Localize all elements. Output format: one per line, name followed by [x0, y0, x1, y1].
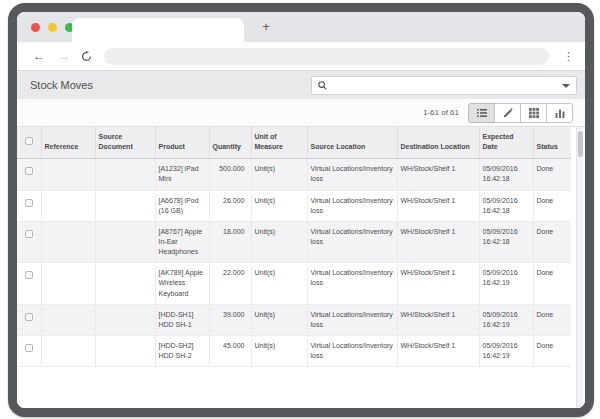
cell-source-document: [95, 159, 155, 190]
control-row: 1-61 of 61: [17, 99, 585, 127]
table-row[interactable]: [HDD-SH1] HDD SH-1 39.000 Unit(s) Virtua…: [17, 304, 571, 335]
list-view-icon: [477, 108, 487, 118]
stock-moves-table-area: Reference Source Document Product Quanti…: [17, 127, 585, 408]
cell-status: Done: [533, 304, 571, 335]
column-header-uom[interactable]: Unit of Measure: [251, 127, 307, 159]
page-title: Stock Moves: [30, 79, 93, 91]
search-icon: [318, 81, 327, 90]
column-header-status[interactable]: Status: [533, 127, 571, 159]
cell-product: [AK789] Apple Wireless Keyboard: [155, 263, 209, 304]
form-view-button[interactable]: [494, 103, 521, 123]
cell-quantity: 500.000: [209, 159, 251, 190]
column-header-reference[interactable]: Reference: [41, 127, 95, 159]
cell-uom: Unit(s): [251, 263, 307, 304]
cell-expected-date: 05/09/2016 16:42:19: [479, 335, 533, 366]
cell-reference: [41, 263, 95, 304]
select-all-checkbox[interactable]: [25, 137, 33, 145]
cell-reference: [41, 304, 95, 335]
cell-source-location: Virtual Locations/Inventory loss: [307, 221, 397, 262]
table-row[interactable]: [HDD-SH2] HDD SH-2 45.000 Unit(s) Virtua…: [17, 335, 571, 366]
row-checkbox[interactable]: [25, 344, 33, 352]
cell-product: [A8767] Apple In-Ear Headphones: [155, 221, 209, 262]
cell-uom: Unit(s): [251, 190, 307, 221]
cell-destination-location: WH/Stock/Shelf 1: [397, 263, 479, 304]
row-checkbox[interactable]: [25, 167, 33, 175]
cell-quantity: 22.000: [209, 263, 251, 304]
view-switcher: [468, 103, 573, 123]
table-row[interactable]: [A6678] iPod (16 GB) 26.000 Unit(s) Virt…: [17, 190, 571, 221]
cell-source-document: [95, 221, 155, 262]
new-tab-button[interactable]: +: [257, 18, 275, 36]
graph-view-icon: [555, 108, 565, 118]
browser-tab[interactable]: [72, 18, 244, 42]
cell-reference: [41, 159, 95, 190]
cell-quantity: 18.000: [209, 221, 251, 262]
form-view-icon: [503, 108, 513, 118]
cell-expected-date: 05/09/2016 16:42:18: [479, 221, 533, 262]
graph-view-button[interactable]: [546, 103, 573, 123]
cell-expected-date: 05/09/2016 16:42:19: [479, 304, 533, 335]
app-header: Stock Moves: [17, 70, 585, 99]
cell-destination-location: WH/Stock/Shelf 1: [397, 304, 479, 335]
cell-expected-date: 05/09/2016 16:42:19: [479, 263, 533, 304]
stock-moves-table: Reference Source Document Product Quanti…: [17, 127, 571, 367]
cell-destination-location: WH/Stock/Shelf 1: [397, 335, 479, 366]
pager: 1-61 of 61: [423, 108, 459, 117]
cell-uom: Unit(s): [251, 304, 307, 335]
cell-status: Done: [533, 335, 571, 366]
back-icon[interactable]: ←: [31, 49, 47, 63]
table-header-row: Reference Source Document Product Quanti…: [17, 127, 571, 159]
cell-quantity: 26.000: [209, 190, 251, 221]
row-checkbox[interactable]: [25, 230, 33, 238]
cell-product: [HDD-SH2] HDD SH-2: [155, 335, 209, 366]
reload-icon[interactable]: [81, 51, 92, 62]
cell-reference: [41, 190, 95, 221]
column-header-product[interactable]: Product: [155, 127, 209, 159]
cell-status: Done: [533, 263, 571, 304]
cell-source-location: Virtual Locations/Inventory loss: [307, 159, 397, 190]
cell-source-document: [95, 335, 155, 366]
scrollbar-thumb[interactable]: [578, 131, 583, 157]
row-checkbox[interactable]: [25, 313, 33, 321]
column-header-quantity[interactable]: Quantity: [209, 127, 251, 159]
browser-window: + ← → ⋮ Stock Moves: [8, 3, 594, 417]
minimize-window-button[interactable]: [48, 23, 57, 32]
search-input[interactable]: [331, 81, 562, 90]
table-row[interactable]: [AK789] Apple Wireless Keyboard 22.000 U…: [17, 263, 571, 304]
column-header-expected-date[interactable]: Expected Date: [479, 127, 533, 159]
search-dropdown-caret-icon[interactable]: [562, 84, 570, 88]
kanban-view-button[interactable]: [520, 103, 547, 123]
cell-status: Done: [533, 190, 571, 221]
column-header-destination-location[interactable]: Destination Location: [397, 127, 479, 159]
cell-product: [A1232] iPad Mini: [155, 159, 209, 190]
column-header-source-document[interactable]: Source Document: [95, 127, 155, 159]
cell-quantity: 39.000: [209, 304, 251, 335]
cell-destination-location: WH/Stock/Shelf 1: [397, 221, 479, 262]
forward-icon[interactable]: →: [56, 49, 72, 63]
cell-expected-date: 05/09/2016 16:42:18: [479, 159, 533, 190]
browser-menu-icon[interactable]: ⋮: [563, 50, 573, 63]
search-box[interactable]: [311, 76, 577, 95]
window-controls: [31, 23, 74, 32]
row-checkbox[interactable]: [25, 199, 33, 207]
browser-toolbar: ← → ⋮: [17, 42, 585, 70]
cell-source-location: Virtual Locations/Inventory loss: [307, 335, 397, 366]
close-window-button[interactable]: [31, 23, 40, 32]
cell-source-location: Virtual Locations/Inventory loss: [307, 304, 397, 335]
table-row[interactable]: [A1232] iPad Mini 500.000 Unit(s) Virtua…: [17, 159, 571, 190]
vertical-scrollbar[interactable]: [576, 127, 583, 408]
address-bar[interactable]: [104, 48, 549, 65]
cell-expected-date: 05/09/2016 16:42:18: [479, 190, 533, 221]
cell-quantity: 45.000: [209, 335, 251, 366]
kanban-view-icon: [529, 108, 539, 118]
list-view-button[interactable]: [468, 103, 495, 123]
cell-uom: Unit(s): [251, 335, 307, 366]
cell-source-location: Virtual Locations/Inventory loss: [307, 190, 397, 221]
cell-source-document: [95, 304, 155, 335]
tab-strip: +: [17, 12, 585, 42]
cell-source-document: [95, 263, 155, 304]
row-checkbox[interactable]: [25, 271, 33, 279]
table-row[interactable]: [A8767] Apple In-Ear Headphones 18.000 U…: [17, 221, 571, 262]
column-header-source-location[interactable]: Source Location: [307, 127, 397, 159]
cell-uom: Unit(s): [251, 221, 307, 262]
